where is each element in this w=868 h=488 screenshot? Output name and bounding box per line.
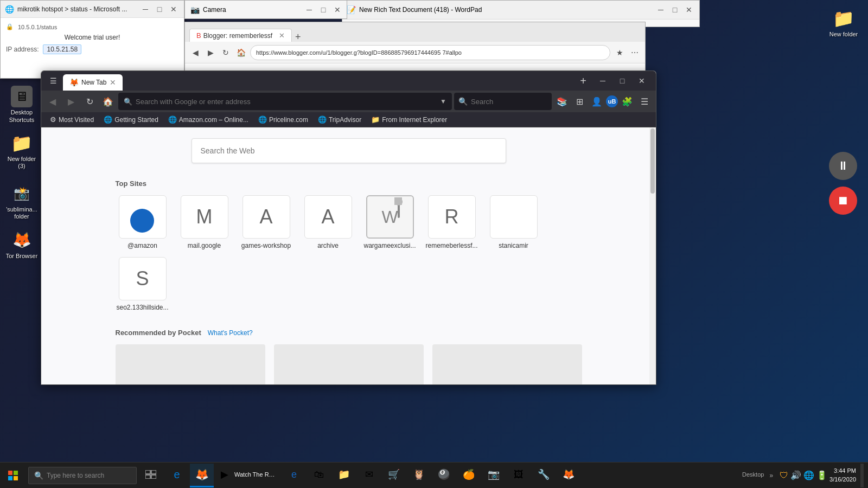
taskbar-app-misc[interactable]: 🔧 [532,464,556,487]
ff-scrollbar[interactable] [649,127,656,384]
ff-hamburger-menu[interactable]: ☰ [636,93,653,110]
ff-new-tab-button[interactable]: + [576,73,591,88]
ff-address-bar[interactable]: 🔍 ▼ [118,93,452,110]
desktop-icon-new-folder-right[interactable]: 📁 New folder [824,5,863,40]
blogger-refresh[interactable]: ↻ [220,47,232,59]
pocket-card-2[interactable] [274,344,424,384]
ff-library-button[interactable]: 📚 [554,93,570,110]
recording-controls: ⏸ ⏹ [829,152,857,215]
mikrotik-close[interactable]: ✕ [168,3,180,15]
ff-back-button[interactable]: ◀ [44,93,61,110]
taskbar-app-ball[interactable]: 🎱 [432,464,456,487]
site-tile-wargame[interactable]: W wargameexclusi... [363,195,417,249]
taskbar-app-files[interactable]: 📁 [332,464,356,487]
taskbar-tray-network[interactable]: 🌐 [803,470,814,480]
wordpad-maximize[interactable]: □ [669,4,681,16]
taskbar-app-firefox[interactable]: 🦊 [190,464,214,487]
taskbar-desktop-button[interactable]: Type here to search Desktop [739,464,767,487]
taskbar-search[interactable]: 🔍 Type here to search [28,467,137,484]
taskbar-app-amazon-shop[interactable]: 🛒 [382,464,406,487]
ff-minimize[interactable]: ─ [593,71,612,91]
taskbar-app-orange[interactable]: 🍊 [457,464,481,487]
blogger-star[interactable]: ★ [614,47,626,59]
taskbar-app-camera[interactable]: 📷 [482,464,506,487]
tray-clock[interactable]: 3:44 PM 3/16/2020 [829,467,856,484]
ff-pocket-button[interactable]: 👤 [589,93,605,110]
ff-bookmark-amazon[interactable]: 🌐 Amazon.com – Online... [164,114,253,125]
pocket-card-1[interactable] [116,344,265,384]
ff-scrollbar-thumb[interactable] [650,129,655,194]
ff-extensions-button[interactable]: 🧩 [619,93,635,110]
blogger-back[interactable]: ◀ [189,47,201,59]
taskbar-app-watch[interactable]: ▶ Watch The Red Pill 20... [215,464,281,487]
pause-button[interactable]: ⏸ [829,152,857,180]
ff-address-input[interactable] [136,98,437,106]
taskbar-app-photos[interactable]: 🖼 [507,464,531,487]
desktop-icon-tor-browser[interactable]: 🦊 Tor Browser [2,227,41,262]
taskbar-tray-volume[interactable]: 🔊 [790,470,801,480]
site-tile-seo[interactable]: S seo2.133hillside... [116,257,170,311]
blogger-home[interactable]: 🏠 [235,47,247,59]
ff-bookmark-tripadvisor[interactable]: 🌐 TripAdvisor [314,114,366,125]
site-tile-mail-google[interactable]: M mail.google [177,195,232,249]
taskbar-app-tripadvisor[interactable]: 🦉 [407,464,431,487]
ff-address-dropdown[interactable]: ▼ [440,98,446,105]
blogger-menu[interactable]: ⋯ [629,47,641,59]
wordpad-close[interactable]: ✕ [683,4,695,16]
ff-tab-favicon: 🦊 [69,78,78,87]
blogger-tab[interactable]: B Blogger: rememberlessf ✕ [189,29,292,42]
ff-refresh-button[interactable]: ↻ [81,93,98,110]
wordpad-minimize[interactable]: ─ [655,4,667,16]
pocket-card-3[interactable] [432,344,582,384]
taskbar-task-view[interactable] [139,464,163,487]
taskbar-tray-battery[interactable]: 🔋 [816,470,827,480]
taskbar-app-store[interactable]: 🛍 [307,464,331,487]
search-web-box[interactable] [192,138,506,163]
ff-search-input[interactable] [471,98,562,106]
blogger-new-tab[interactable]: + [293,32,303,42]
archive-tile-icon: A [304,195,352,239]
site-tile-games-workshop[interactable]: A games-workshop [239,195,293,249]
pocket-link[interactable]: What's Pocket? [208,329,253,337]
taskbar-app-ie[interactable]: e [282,464,306,487]
taskbar-start-button[interactable] [0,463,26,489]
ff-close[interactable]: ✕ [632,71,652,91]
site-tile-amazon[interactable]: @amazon [116,195,170,249]
ff-tab-close[interactable]: ✕ [110,78,116,87]
blogger-forward[interactable]: ▶ [205,47,216,59]
site-tile-archive[interactable]: A archive [301,195,355,249]
camera-minimize[interactable]: ─ [303,4,315,16]
ff-bookmark-priceline[interactable]: 🌐 Priceline.com [254,114,312,125]
desktop-icon-new-folder-3[interactable]: 📁 New folder (3) [2,130,41,172]
blogger-address[interactable]: https://www.blogger.com/u/1/blogger.g?bl… [250,45,610,60]
mikrotik-ip-value: 10.5.21.58 [43,44,81,54]
site-tile-stanicamir[interactable]: stanicamir [487,195,541,249]
taskbar-overflow[interactable]: » [767,472,775,479]
ff-search-bar[interactable]: 🔍 [454,93,552,110]
stop-button[interactable]: ⏹ [829,187,857,215]
desktop-icon-shortcuts[interactable]: 🖥 Desktop Shortcuts [2,84,41,125]
taskbar-app-firefox2[interactable]: 🦊 [557,464,580,487]
mikrotik-maximize[interactable]: □ [154,3,165,15]
ff-forward-button[interactable]: ▶ [63,93,79,110]
ff-maximize[interactable]: □ [612,71,632,91]
desktop-icon-sublimina[interactable]: 📸 'sublimina... folder [2,181,41,222]
taskbar-app-mikrotik[interactable]: e [165,464,189,487]
ff-bookmark-most-visited[interactable]: ⚙ Most Visited [46,114,98,125]
taskbar-app-mail[interactable]: ✉ [357,464,381,487]
camera-maximize[interactable]: □ [317,4,329,16]
ff-bookmark-getting-started[interactable]: 🌐 Getting Started [99,114,163,125]
search-web-input[interactable] [201,146,497,155]
top-sites: @amazon M mail.google A game [116,195,582,311]
ff-menu-button[interactable]: ☰ [46,73,61,88]
site-tile-rememberlessf[interactable]: R rememeberlessf... [425,195,479,249]
taskbar-tray-antivirus[interactable]: 🛡 [780,471,788,480]
ff-sidebar-button[interactable]: ⊞ [571,93,588,110]
mikrotik-minimize[interactable]: ─ [139,3,151,15]
ff-tab-new[interactable]: 🦊 New Tab ✕ [63,74,123,91]
ff-bookmark-from-ie[interactable]: 📁 From Internet Explorer [367,114,451,125]
ff-home-button[interactable]: 🏠 [100,93,116,110]
camera-close[interactable]: ✕ [331,4,343,16]
camera-icon-taskbar: 📷 [487,468,500,481]
show-desktop-strip[interactable] [860,464,864,487]
